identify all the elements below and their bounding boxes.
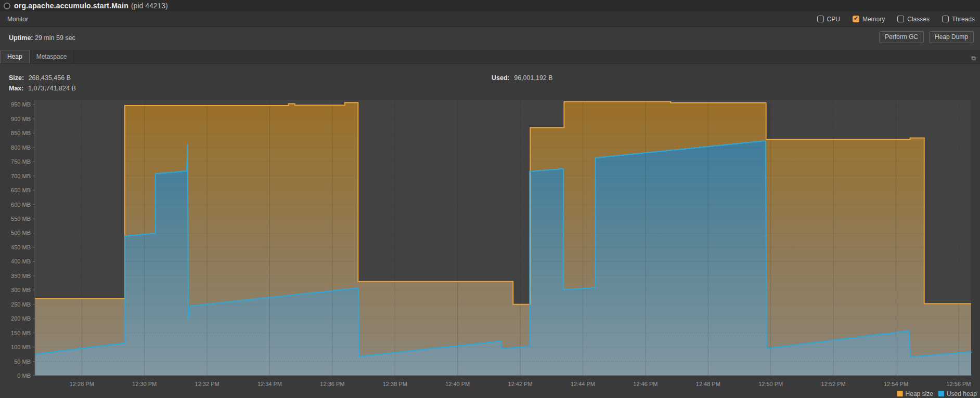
y-tick-label: 50 MB bbox=[14, 359, 31, 365]
uptime-label: Uptime: bbox=[9, 34, 33, 42]
checkbox-classes-box[interactable] bbox=[897, 16, 904, 22]
monitor-toolbar: Monitor CPU Memory Classes Threads bbox=[0, 11, 980, 27]
x-tick-label: 12:46 PM bbox=[633, 381, 657, 387]
y-tick-label: 350 MB bbox=[11, 273, 31, 279]
used-label: Used: bbox=[492, 74, 510, 82]
max-value: 1,073,741,824 B bbox=[28, 85, 76, 92]
y-tick-label: 750 MB bbox=[11, 158, 31, 165]
x-tick-label: 12:30 PM bbox=[132, 381, 157, 387]
legend-label: Heap size bbox=[906, 390, 934, 397]
checkbox-threads-box[interactable] bbox=[942, 16, 949, 22]
visualvm-window: org.apache.accumulo.start.Main (pid 4421… bbox=[0, 0, 980, 398]
x-tick-label: 12:38 PM bbox=[383, 381, 407, 387]
y-tick-label: 250 MB bbox=[11, 301, 31, 308]
y-tick-label: 150 MB bbox=[11, 330, 31, 336]
window-title-pid: (pid 44213) bbox=[131, 2, 168, 10]
tab-heap[interactable]: Heap bbox=[0, 50, 30, 63]
metric-checkbox-group: CPU Memory Classes Threads bbox=[817, 16, 975, 23]
checkbox-cpu-label: CPU bbox=[827, 16, 840, 23]
checkbox-classes[interactable]: Classes bbox=[897, 16, 930, 23]
checkbox-threads[interactable]: Threads bbox=[942, 16, 975, 23]
size-label: Size: bbox=[9, 74, 24, 82]
y-tick-label: 300 MB bbox=[11, 287, 31, 293]
checkbox-memory-box[interactable] bbox=[853, 16, 859, 22]
checkbox-memory-label: Memory bbox=[862, 16, 885, 23]
y-tick-label: 650 MB bbox=[11, 187, 31, 193]
y-tick-label: 400 MB bbox=[11, 258, 31, 264]
y-tick-label: 550 MB bbox=[11, 216, 31, 222]
x-tick-label: 12:32 PM bbox=[195, 381, 220, 387]
x-tick-label: 12:42 PM bbox=[508, 381, 533, 387]
y-tick-label: 200 MB bbox=[11, 315, 31, 322]
x-tick-label: 12:36 PM bbox=[320, 381, 344, 387]
x-tick-label: 12:48 PM bbox=[696, 381, 720, 387]
x-tick-label: 12:34 PM bbox=[257, 381, 282, 387]
checkbox-threads-label: Threads bbox=[952, 16, 975, 23]
x-tick-label: 12:52 PM bbox=[821, 381, 846, 387]
y-tick-label: 500 MB bbox=[11, 230, 31, 236]
x-tick-label: 12:56 PM bbox=[946, 381, 971, 387]
used-heap-line bbox=[35, 141, 971, 357]
uptime-value: 29 min 59 sec bbox=[35, 34, 75, 42]
legend-swatch bbox=[897, 391, 903, 396]
memory-tab-bar: Heap Metaspace ⧉ bbox=[0, 50, 980, 64]
status-row: Uptime: 29 min 59 sec Perform GC Heap Du… bbox=[0, 27, 980, 50]
y-tick-label: 950 MB bbox=[11, 101, 31, 108]
checkbox-memory[interactable]: Memory bbox=[853, 16, 885, 23]
window-title: org.apache.accumulo.start.Main bbox=[14, 2, 128, 10]
used-heap-area bbox=[35, 141, 971, 376]
x-tick-label: 12:50 PM bbox=[758, 381, 783, 387]
heap-max-info: Max: 1,073,741,824 B bbox=[9, 85, 76, 92]
perform-gc-button[interactable]: Perform GC bbox=[879, 31, 924, 43]
y-tick-label: 850 MB bbox=[11, 130, 31, 136]
checkbox-cpu[interactable]: CPU bbox=[817, 16, 840, 23]
size-value: 268,435,456 B bbox=[29, 74, 71, 82]
y-tick-label: 900 MB bbox=[11, 116, 31, 122]
y-tick-label: 0 MB bbox=[17, 373, 31, 379]
max-label: Max: bbox=[9, 85, 23, 92]
undock-icon[interactable]: ⧉ bbox=[971, 55, 976, 61]
y-tick-label: 600 MB bbox=[11, 202, 31, 208]
y-tick-label: 800 MB bbox=[11, 144, 31, 151]
heap-dump-button[interactable]: Heap Dump bbox=[929, 31, 974, 43]
heap-size-line bbox=[35, 102, 971, 304]
used-value: 96,001,192 B bbox=[514, 74, 552, 82]
heap-size-area bbox=[35, 102, 971, 376]
monitor-view-label: Monitor bbox=[7, 16, 28, 23]
x-tick-label: 12:28 PM bbox=[70, 381, 94, 387]
legend-label: Used heap bbox=[947, 390, 977, 397]
uptime-text: Uptime: 29 min 59 sec bbox=[9, 34, 75, 42]
app-icon bbox=[4, 3, 10, 9]
x-tick-label: 12:54 PM bbox=[884, 381, 908, 387]
heap-size-info: Size: 268,435,456 B bbox=[9, 74, 71, 82]
title-bar: org.apache.accumulo.start.Main (pid 4421… bbox=[0, 0, 980, 11]
checkbox-classes-label: Classes bbox=[907, 16, 930, 23]
y-tick-label: 450 MB bbox=[11, 244, 31, 250]
action-buttons: Perform GC Heap Dump bbox=[879, 31, 974, 43]
heap-used-info: Used: 96,001,192 B bbox=[492, 74, 553, 82]
legend-swatch bbox=[938, 391, 944, 396]
x-tick-label: 12:44 PM bbox=[571, 381, 595, 387]
checkbox-cpu-box[interactable] bbox=[817, 16, 824, 22]
plot-background bbox=[35, 100, 971, 376]
y-tick-label: 700 MB bbox=[11, 173, 31, 179]
y-tick-label: 100 MB bbox=[11, 344, 31, 350]
tab-metaspace[interactable]: Metaspace bbox=[30, 50, 74, 63]
x-tick-label: 12:40 PM bbox=[445, 381, 470, 387]
